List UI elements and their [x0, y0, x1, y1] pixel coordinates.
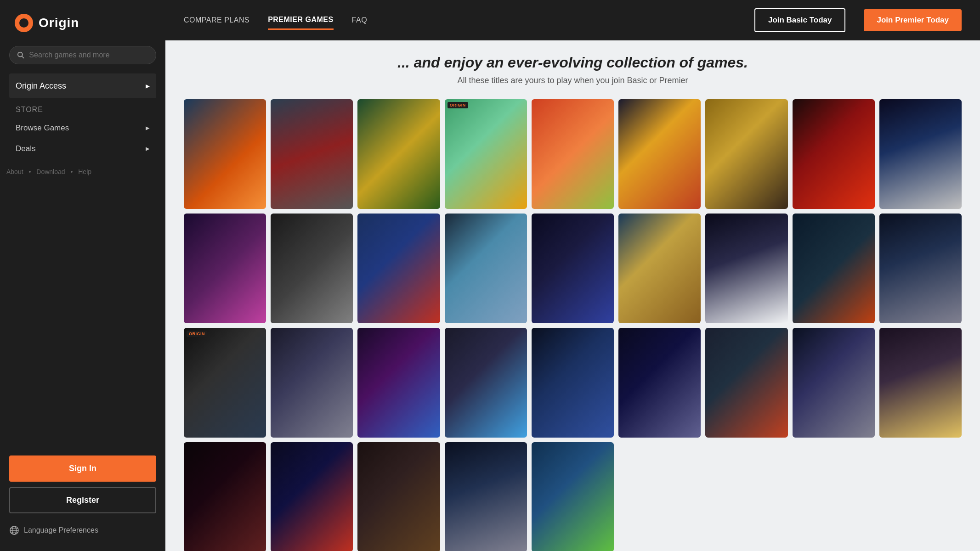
game-card-titanfall2[interactable] — [445, 214, 527, 323]
join-premier-button[interactable]: Join Premier Today — [864, 9, 962, 31]
chevron-right-icon: ▸ — [146, 81, 150, 91]
chevron-right-icon-deals: ▸ — [146, 144, 150, 153]
footer-download-link[interactable]: Download — [36, 168, 65, 175]
game-card-nfsodl[interactable]: ORIGIN — [184, 328, 266, 438]
game-card-anthem[interactable] — [184, 99, 266, 209]
svg-line-7 — [22, 56, 24, 58]
game-card-pyre[interactable] — [357, 328, 440, 438]
game-card-swbforig[interactable] — [879, 328, 962, 438]
game-card-mrshifty[interactable] — [445, 328, 527, 438]
store-category-label: Store — [9, 98, 156, 118]
svg-point-6 — [18, 52, 23, 57]
game-card-bf1[interactable] — [705, 99, 787, 209]
origin-digital-badge: ORIGIN — [187, 331, 207, 337]
game-card-battlefield5[interactable] — [271, 99, 353, 209]
game-card-legoswars[interactable] — [532, 442, 614, 551]
sidebar-main-nav: Origin Access ▸ Store Browse Games ▸ Dea… — [0, 73, 165, 159]
browse-games-label: Browse Games — [16, 124, 69, 133]
sidebar-item-origin-access[interactable]: Origin Access ▸ — [9, 73, 156, 98]
game-card-swbf[interactable] — [705, 214, 787, 323]
logo-area: Origin — [0, 0, 165, 46]
search-icon — [17, 51, 24, 59]
game-card-swbf2[interactable] — [879, 99, 962, 209]
game-card-fifa18[interactable] — [357, 214, 440, 323]
origin-digital-badge: ORIGIN — [448, 102, 468, 108]
origin-access-label: Origin Access — [16, 81, 66, 91]
nav-compare-plans[interactable]: COMPARE PLANS — [184, 11, 249, 29]
game-card-burnout[interactable] — [618, 99, 701, 209]
app-name: Origin — [39, 16, 79, 30]
page-subhead: All these titles are yours to play when … — [184, 76, 962, 85]
search-bar[interactable] — [9, 46, 156, 64]
footer-links: About • Download • Help — [0, 159, 165, 185]
page-headline: ... and enjoy an ever-evolving collectio… — [184, 54, 962, 71]
nav-premier-games[interactable]: PREMIER GAMES — [268, 11, 334, 30]
game-card-shadow[interactable] — [793, 328, 875, 438]
top-nav: COMPARE PLANS PREMIER GAMES FAQ Join Bas… — [165, 0, 980, 40]
search-input[interactable] — [29, 51, 148, 59]
game-card-masseff3[interactable] — [271, 442, 353, 551]
signin-button[interactable]: Sign In — [9, 455, 156, 482]
game-card-vampyr[interactable] — [184, 442, 266, 551]
main-content: COMPARE PLANS PREMIER GAMES FAQ Join Bas… — [165, 0, 980, 551]
game-card-ootp[interactable] — [705, 328, 787, 438]
footer-help-link[interactable]: Help — [78, 168, 91, 175]
game-card-masseff2[interactable] — [618, 328, 701, 438]
game-card-swbfult2[interactable] — [445, 442, 527, 551]
sidebar-bottom: Sign In Register Language Preferences — [0, 446, 165, 551]
lang-pref-label: Language Preferences — [24, 526, 98, 534]
deals-label: Deals — [16, 144, 35, 153]
game-card-bf4[interactable] — [532, 328, 614, 438]
register-button[interactable]: Register — [9, 487, 156, 513]
game-card-nfspayback[interactable] — [793, 99, 875, 209]
globe-icon — [9, 525, 19, 535]
origin-logo-icon — [14, 13, 34, 33]
sidebar-item-deals[interactable]: Deals ▸ — [9, 138, 156, 159]
join-basic-button[interactable]: Join Basic Today — [754, 8, 846, 32]
sidebar: Origin Origin Access ▸ Store Browse Game… — [0, 0, 165, 551]
game-card-bombercrew[interactable] — [618, 214, 701, 323]
game-card-shadowst[interactable] — [357, 442, 440, 551]
chevron-right-icon-browse: ▸ — [146, 123, 150, 133]
game-card-billions[interactable] — [793, 214, 875, 323]
nav-faq[interactable]: FAQ — [352, 11, 368, 29]
game-card-opusmag[interactable] — [271, 328, 353, 438]
game-card-madden19[interactable] — [357, 99, 440, 209]
content-area: ... and enjoy an ever-evolving collectio… — [165, 40, 980, 551]
game-card-fe2[interactable] — [184, 214, 266, 323]
game-card-sims4[interactable]: ORIGIN — [445, 99, 527, 209]
footer-separator-2: • — [70, 168, 73, 175]
game-card-awayout[interactable] — [271, 214, 353, 323]
footer-about-link[interactable]: About — [6, 168, 23, 175]
svg-point-1 — [19, 18, 28, 28]
game-card-unravel2[interactable] — [532, 99, 614, 209]
language-preferences[interactable]: Language Preferences — [9, 519, 156, 542]
game-card-masseffect[interactable] — [532, 214, 614, 323]
games-grid: ORIGINORIGIN — [184, 99, 962, 551]
sidebar-item-browse-games[interactable]: Browse Games ▸ — [9, 118, 156, 138]
footer-separator-1: • — [28, 168, 31, 175]
game-card-swbfult[interactable] — [879, 214, 962, 323]
